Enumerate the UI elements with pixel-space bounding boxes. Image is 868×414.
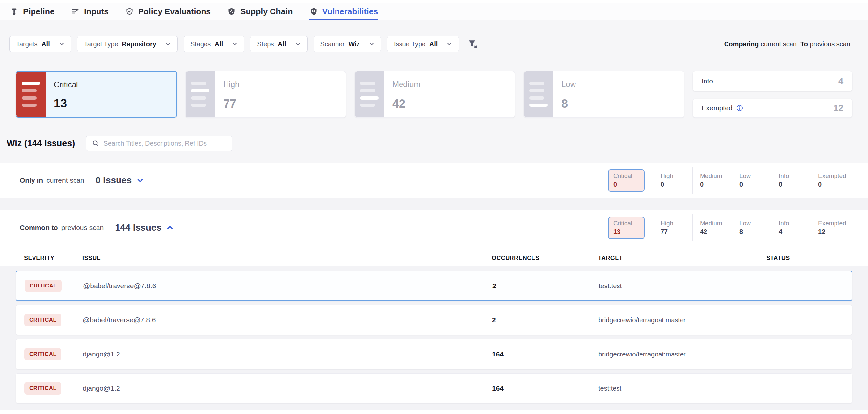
common-to-previous-scan-section: Common to previous scan 144 Issues Criti… xyxy=(0,210,868,245)
chevron-down-icon xyxy=(446,41,453,47)
severity-chip-medium[interactable]: Medium 42 xyxy=(693,214,732,241)
scanner-dropdown[interactable]: Scanner:Wiz xyxy=(313,36,381,52)
severity-level-icon xyxy=(524,71,554,117)
occurrences-count: 2 xyxy=(492,282,599,290)
occurrences-count: 2 xyxy=(492,316,598,324)
severity-card-label: Info xyxy=(702,77,713,85)
only-in-issues-toggle[interactable]: 0 Issues xyxy=(96,175,145,186)
severity-card-count: 8 xyxy=(561,97,576,111)
severity-card-medium[interactable]: Medium 42 xyxy=(354,71,515,118)
chevron-down-icon xyxy=(165,41,172,47)
dropdown-value: Wiz xyxy=(349,40,360,48)
severity-card-count: 4 xyxy=(838,76,843,86)
severity-chip-exempted[interactable]: Exempted 12 xyxy=(811,214,850,241)
dropdown-label: Stages: xyxy=(190,40,213,48)
stages-dropdown[interactable]: Stages:All xyxy=(184,36,244,52)
shield-magnifier-icon xyxy=(309,7,318,16)
shield-check-icon xyxy=(125,7,134,16)
tab-vulnerabilities[interactable]: Vulnerabilities xyxy=(309,3,378,20)
tab-bar: Pipeline Inputs Policy Evaluations Suppl… xyxy=(0,3,868,20)
only-in-current-scan-section: Only in current scan 0 Issues Critical 0… xyxy=(0,163,868,198)
severity-badge: CRITICAL xyxy=(24,382,61,394)
severity-chip-low[interactable]: Low 8 xyxy=(732,214,772,241)
pipeline-icon xyxy=(10,7,19,16)
severity-card-label: Medium xyxy=(392,80,420,89)
severity-chip-critical[interactable]: Critical 0 xyxy=(608,169,645,191)
section-title: Only in current scan xyxy=(20,176,84,184)
column-header-status: STATUS xyxy=(766,255,852,262)
severity-card-info[interactable]: Info 4 xyxy=(693,71,852,91)
table-row[interactable]: CRITICAL @babel/traverse@7.8.6 2 test:te… xyxy=(16,271,852,301)
search-icon xyxy=(92,139,99,147)
severity-chip-high[interactable]: High 0 xyxy=(653,167,693,194)
severity-chip-high[interactable]: High 77 xyxy=(653,214,693,241)
table-row[interactable]: CRITICAL django@1.2 164 test:test xyxy=(16,373,852,404)
column-header-severity: SEVERITY xyxy=(24,255,83,262)
filter-clear-icon xyxy=(467,39,478,49)
column-header-occurrences: OCCURRENCES xyxy=(492,255,598,262)
tab-policy-evaluations[interactable]: Policy Evaluations xyxy=(125,3,211,20)
steps-dropdown[interactable]: Steps:All xyxy=(250,36,307,52)
search-input[interactable] xyxy=(103,140,227,147)
shield-network-icon xyxy=(227,7,236,16)
dropdown-label: Target Type: xyxy=(84,40,120,48)
tab-label: Supply Chain xyxy=(240,7,293,17)
table-row[interactable]: CRITICAL @babel/traverse@7.8.6 2 bridgec… xyxy=(16,305,852,335)
severity-level-icon xyxy=(186,71,215,117)
severity-card-exempted[interactable]: Exempted 12 xyxy=(693,98,852,118)
column-header-target: TARGET xyxy=(598,255,766,262)
target-type-dropdown[interactable]: Target Type:Repository xyxy=(77,36,178,52)
chevron-up-icon xyxy=(166,224,174,232)
table-body: CRITICAL @babel/traverse@7.8.6 2 test:te… xyxy=(0,266,868,410)
severity-card-label: Exempted xyxy=(702,104,733,112)
severity-card-label: Low xyxy=(561,80,576,89)
issue-search xyxy=(86,136,232,151)
severity-card-high[interactable]: High 77 xyxy=(185,71,346,118)
dropdown-label: Targets: xyxy=(16,40,39,48)
severity-chip-medium[interactable]: Medium 0 xyxy=(693,167,732,194)
severity-card-low[interactable]: Low 8 xyxy=(524,71,684,118)
severity-card-count: 12 xyxy=(834,103,843,113)
tab-inputs[interactable]: Inputs xyxy=(71,3,108,20)
table-header-row: SEVERITY ISSUE OCCURRENCES TARGET STATUS xyxy=(16,250,852,266)
results-title: Wiz (144 Issues) xyxy=(6,138,75,149)
severity-card-label: High xyxy=(223,80,239,89)
issue-type-dropdown[interactable]: Issue Type:All xyxy=(387,36,459,52)
chevron-down-icon xyxy=(368,41,375,47)
target-name: bridgecrewio/terragoat:master xyxy=(598,317,767,324)
severity-chip-group: Critical 0 High 0 Medium 0 Low 0 Info 0 … xyxy=(608,167,850,194)
severity-chip-exempted[interactable]: Exempted 0 xyxy=(811,167,850,194)
severity-card-critical[interactable]: Critical 13 xyxy=(16,71,177,118)
targets-dropdown[interactable]: Targets:All xyxy=(9,36,71,52)
table-header-band: SEVERITY ISSUE OCCURRENCES TARGET STATUS xyxy=(0,245,868,266)
window-top-divider xyxy=(0,0,868,3)
tab-pipeline[interactable]: Pipeline xyxy=(10,3,55,20)
info-icon[interactable] xyxy=(736,105,743,112)
filter-toolbar: Targets:All Target Type:Repository Stage… xyxy=(9,36,859,52)
severity-chip-info[interactable]: Info 4 xyxy=(772,214,811,241)
chevron-down-icon xyxy=(231,41,238,47)
severity-chip-low[interactable]: Low 0 xyxy=(732,167,772,194)
tab-label: Inputs xyxy=(84,7,108,17)
results-header: Wiz (144 Issues) xyxy=(6,136,859,151)
severity-chip-info[interactable]: Info 0 xyxy=(772,167,811,194)
common-issues-toggle[interactable]: 144 Issues xyxy=(115,223,174,233)
clear-filters-button[interactable] xyxy=(467,39,478,49)
severity-summary-row: Critical 13 High 77 Medium 42 Low 8 I xyxy=(16,71,852,118)
table-row[interactable]: CRITICAL django@1.2 164 bridgecrewio/ter… xyxy=(16,339,852,369)
tab-label: Vulnerabilities xyxy=(322,7,378,17)
tab-supply-chain[interactable]: Supply Chain xyxy=(227,3,293,20)
dropdown-label: Issue Type: xyxy=(394,40,428,48)
column-header-issue: ISSUE xyxy=(83,255,492,262)
chevron-down-icon xyxy=(136,176,144,184)
target-name: test:test xyxy=(599,282,767,290)
dropdown-value: All xyxy=(429,40,438,48)
section-divider xyxy=(0,198,868,210)
severity-chip-critical[interactable]: Critical 13 xyxy=(608,216,645,239)
bottom-strip xyxy=(0,410,868,414)
chevron-down-icon xyxy=(58,41,65,47)
occurrences-count: 164 xyxy=(492,350,598,358)
severity-card-count: 77 xyxy=(223,97,239,111)
tab-label: Policy Evaluations xyxy=(138,7,211,17)
dropdown-label: Scanner: xyxy=(320,40,347,48)
